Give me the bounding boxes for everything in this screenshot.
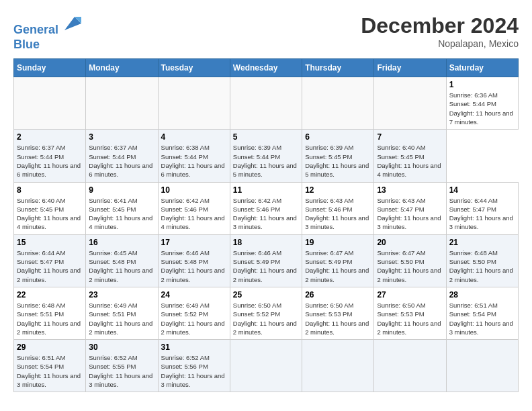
day-cell (446, 340, 518, 392)
day-number: 8 (17, 185, 83, 195)
week-row-2: 2Sunrise: 6:37 AMSunset: 5:44 PMDaylight… (14, 130, 519, 182)
week-row-5: 22Sunrise: 6:48 AMSunset: 5:51 PMDayligh… (14, 287, 519, 339)
day-cell: 16Sunrise: 6:45 AMSunset: 5:48 PMDayligh… (86, 234, 158, 287)
location: Nopalapan, Mexico (361, 38, 519, 49)
day-number: 25 (233, 290, 299, 300)
header-cell-saturday: Saturday (446, 59, 518, 77)
day-number: 21 (449, 238, 515, 247)
day-cell: 3Sunrise: 6:37 AMSunset: 5:44 PMDaylight… (86, 130, 158, 182)
day-number: 19 (305, 238, 371, 247)
day-number: 30 (89, 342, 154, 352)
day-cell: 23Sunrise: 6:49 AMSunset: 5:51 PMDayligh… (86, 287, 158, 339)
header-cell-monday: Monday (86, 59, 158, 77)
day-info: Sunrise: 6:50 AMSunset: 5:52 PMDaylight:… (233, 301, 299, 336)
day-cell (14, 77, 86, 130)
week-row-6: 29Sunrise: 6:51 AMSunset: 5:54 PMDayligh… (14, 340, 519, 392)
day-cell (374, 340, 446, 392)
header-cell-wednesday: Wednesday (230, 59, 302, 77)
day-info: Sunrise: 6:47 AMSunset: 5:50 PMDaylight:… (377, 248, 443, 284)
header-cell-friday: Friday (374, 59, 446, 77)
logo: General Blue (13, 13, 81, 52)
day-cell: 11Sunrise: 6:42 AMSunset: 5:46 PMDayligh… (230, 182, 302, 234)
day-info: Sunrise: 6:50 AMSunset: 5:53 PMDaylight:… (377, 301, 443, 336)
day-info: Sunrise: 6:36 AMSunset: 5:44 PMDaylight:… (449, 91, 515, 126)
day-number: 18 (233, 238, 299, 247)
day-number: 9 (89, 185, 154, 195)
day-info: Sunrise: 6:37 AMSunset: 5:44 PMDaylight:… (17, 143, 83, 179)
day-cell: 25Sunrise: 6:50 AMSunset: 5:52 PMDayligh… (230, 287, 302, 339)
day-cell (302, 340, 374, 392)
day-info: Sunrise: 6:39 AMSunset: 5:44 PMDaylight:… (233, 143, 299, 179)
week-row-3: 8Sunrise: 6:40 AMSunset: 5:45 PMDaylight… (14, 182, 519, 234)
day-number: 22 (17, 290, 83, 300)
day-info: Sunrise: 6:39 AMSunset: 5:45 PMDaylight:… (305, 143, 371, 179)
header-row: SundayMondayTuesdayWednesdayThursdayFrid… (14, 59, 519, 77)
day-number: 26 (305, 290, 371, 300)
day-info: Sunrise: 6:51 AMSunset: 5:54 PMDaylight:… (17, 353, 83, 389)
day-cell: 15Sunrise: 6:44 AMSunset: 5:47 PMDayligh… (14, 234, 86, 287)
day-cell (230, 77, 302, 130)
day-cell: 27Sunrise: 6:50 AMSunset: 5:53 PMDayligh… (374, 287, 446, 339)
day-info: Sunrise: 6:38 AMSunset: 5:44 PMDaylight:… (161, 143, 227, 179)
day-number: 15 (17, 238, 83, 247)
logo-general: General (13, 23, 58, 36)
day-cell: 9Sunrise: 6:41 AMSunset: 5:45 PMDaylight… (86, 182, 158, 234)
day-number: 28 (449, 290, 515, 300)
day-info: Sunrise: 6:45 AMSunset: 5:48 PMDaylight:… (89, 248, 154, 284)
header-cell-sunday: Sunday (14, 59, 86, 77)
day-cell: 13Sunrise: 6:43 AMSunset: 5:47 PMDayligh… (374, 182, 446, 234)
calendar-header: SundayMondayTuesdayWednesdayThursdayFrid… (14, 59, 519, 77)
page-header: General Blue December 2024 Nopalapan, Me… (13, 13, 519, 52)
day-info: Sunrise: 6:50 AMSunset: 5:53 PMDaylight:… (305, 301, 371, 336)
day-info: Sunrise: 6:48 AMSunset: 5:51 PMDaylight:… (17, 301, 83, 336)
day-info: Sunrise: 6:44 AMSunset: 5:47 PMDaylight:… (449, 196, 515, 232)
day-number: 6 (305, 132, 371, 142)
day-cell: 31Sunrise: 6:52 AMSunset: 5:56 PMDayligh… (158, 340, 230, 392)
day-number: 31 (161, 342, 227, 352)
day-number: 23 (89, 290, 154, 300)
month-title: December 2024 (361, 13, 519, 38)
day-cell: 10Sunrise: 6:42 AMSunset: 5:46 PMDayligh… (158, 182, 230, 234)
day-cell: 8Sunrise: 6:40 AMSunset: 5:45 PMDaylight… (14, 182, 86, 234)
day-info: Sunrise: 6:44 AMSunset: 5:47 PMDaylight:… (17, 248, 83, 284)
calendar-body: 1Sunrise: 6:36 AMSunset: 5:44 PMDaylight… (14, 77, 519, 392)
day-cell: 6Sunrise: 6:39 AMSunset: 5:45 PMDaylight… (302, 130, 374, 182)
day-cell: 30Sunrise: 6:52 AMSunset: 5:55 PMDayligh… (86, 340, 158, 392)
day-cell: 26Sunrise: 6:50 AMSunset: 5:53 PMDayligh… (302, 287, 374, 339)
day-cell: 29Sunrise: 6:51 AMSunset: 5:54 PMDayligh… (14, 340, 86, 392)
logo-blue: Blue (13, 38, 81, 52)
day-info: Sunrise: 6:51 AMSunset: 5:54 PMDaylight:… (449, 301, 515, 336)
day-cell (158, 77, 230, 130)
day-cell (302, 77, 374, 130)
day-cell: 21Sunrise: 6:48 AMSunset: 5:50 PMDayligh… (446, 234, 518, 287)
day-cell: 12Sunrise: 6:43 AMSunset: 5:46 PMDayligh… (302, 182, 374, 234)
day-info: Sunrise: 6:49 AMSunset: 5:52 PMDaylight:… (161, 301, 227, 336)
day-number: 13 (377, 185, 443, 195)
week-row-4: 15Sunrise: 6:44 AMSunset: 5:47 PMDayligh… (14, 234, 519, 287)
day-info: Sunrise: 6:46 AMSunset: 5:48 PMDaylight:… (161, 248, 227, 284)
day-number: 4 (161, 132, 227, 142)
week-row-1: 1Sunrise: 6:36 AMSunset: 5:44 PMDaylight… (14, 77, 519, 130)
day-cell (374, 77, 446, 130)
day-number: 12 (305, 185, 371, 195)
title-block: December 2024 Nopalapan, Mexico (361, 13, 519, 49)
day-cell: 18Sunrise: 6:46 AMSunset: 5:49 PMDayligh… (230, 234, 302, 287)
day-cell: 5Sunrise: 6:39 AMSunset: 5:44 PMDaylight… (230, 130, 302, 182)
day-number: 16 (89, 238, 154, 247)
day-number: 3 (89, 132, 154, 142)
day-cell (230, 340, 302, 392)
day-number: 14 (449, 185, 515, 195)
day-cell (86, 77, 158, 130)
day-number: 5 (233, 132, 299, 142)
logo-icon (61, 13, 81, 34)
day-cell: 19Sunrise: 6:47 AMSunset: 5:49 PMDayligh… (302, 234, 374, 287)
day-info: Sunrise: 6:48 AMSunset: 5:50 PMDaylight:… (449, 248, 515, 284)
calendar-table: SundayMondayTuesdayWednesdayThursdayFrid… (13, 58, 519, 392)
logo-text: General (13, 13, 81, 38)
day-number: 2 (17, 132, 83, 142)
day-info: Sunrise: 6:42 AMSunset: 5:46 PMDaylight:… (161, 196, 227, 232)
day-info: Sunrise: 6:40 AMSunset: 5:45 PMDaylight:… (17, 196, 83, 232)
day-number: 11 (233, 185, 299, 195)
day-cell: 2Sunrise: 6:37 AMSunset: 5:44 PMDaylight… (14, 130, 86, 182)
day-cell: 17Sunrise: 6:46 AMSunset: 5:48 PMDayligh… (158, 234, 230, 287)
